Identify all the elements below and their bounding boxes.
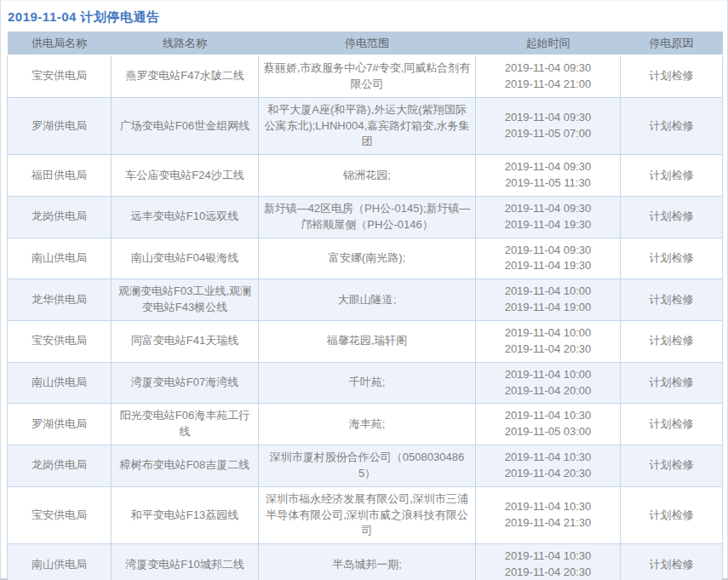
line-cell: 观澜变电站F03工业线,观澜变电站F43横公线: [112, 279, 259, 321]
scope-cell: 蔡丽娇,市政服务中心7#专变,同威粘合剂有限公司: [259, 55, 476, 97]
start-time: 2019-11-04 09:30: [480, 159, 616, 175]
line-cell: 湾厦变电站F07海湾线: [112, 362, 259, 404]
scope-cell: 半岛城邦一期;: [259, 544, 476, 580]
outage-table-body: 宝安供电局 燕罗变电站F47水陂二线 蔡丽娇,市政服务中心7#专变,同威粘合剂有…: [8, 55, 723, 580]
table-row: 宝安供电局 同富变电站F41天瑞线 福馨花园,瑞轩阁 2019-11-04 10…: [8, 320, 723, 362]
line-cell: 广场变电站F06世金组网线: [112, 97, 259, 155]
line-cell: 远丰变电站F10远双线: [112, 196, 259, 238]
end-time: 2019-11-04 19:00: [480, 300, 616, 316]
bureau-cell: 福田供电局: [8, 155, 112, 197]
reason-cell: 计划检修: [621, 238, 723, 279]
table-row: 龙华供电局 观澜变电站F03工业线,观澜变电站F43横公线 大眼山隧道; 201…: [8, 279, 723, 321]
start-time: 2019-11-04 09:30: [480, 201, 616, 217]
bureau-cell: 宝安供电局: [8, 320, 112, 362]
scope-cell: 深圳市福永经济发展有限公司,深圳市三浦半导体有限公司,深圳市威之浪科技有限公司: [259, 486, 476, 544]
reason-cell: 计划检修: [621, 196, 723, 238]
time-cell: 2019-11-04 09:30 2019-11-04 21:00: [476, 55, 621, 97]
start-time: 2019-11-04 10:30: [480, 499, 616, 515]
scope-cell: 海丰苑;: [259, 404, 476, 445]
end-time: 2019-11-04 20:00: [480, 383, 616, 399]
line-cell: 樟树布变电站F08吉厦二线: [112, 445, 259, 487]
reason-cell: 计划检修: [621, 486, 723, 544]
table-row: 龙岗供电局 远丰变电站F10远双线 新圩镇—42区电房（PH公-0145);新圩…: [8, 196, 723, 238]
table-row: 宝安供电局 燕罗变电站F47水陂二线 蔡丽娇,市政服务中心7#专变,同威粘合剂有…: [8, 55, 723, 97]
line-cell: 和平变电站F13荔园线: [112, 486, 259, 544]
line-cell: 阳光变电站F06海丰苑工行线: [112, 404, 259, 445]
end-time: 2019-11-04 20:30: [480, 565, 616, 580]
header-start-time: 起始时间: [476, 32, 621, 55]
bureau-cell: 龙华供电局: [8, 279, 112, 321]
scope-cell: 新圩镇—42区电房（PH公-0145);新圩镇—邝裕顺屋侧（PH公-0146）: [259, 196, 476, 238]
table-row: 福田供电局 车公庙变电站F24沙工线 锦洲花园; 2019-11-04 09:3…: [8, 155, 723, 197]
table-row: 宝安供电局 和平变电站F13荔园线 深圳市福永经济发展有限公司,深圳市三浦半导体…: [8, 486, 723, 544]
time-cell: 2019-11-04 09:30 2019-11-05 07:00: [476, 97, 621, 155]
reason-cell: 计划检修: [621, 362, 723, 404]
end-time: 2019-11-05 07:00: [480, 126, 616, 142]
end-time: 2019-11-04 20:30: [480, 342, 616, 358]
reason-cell: 计划检修: [621, 445, 723, 487]
outage-table: 供电局名称 线路名称 停电范围 起始时间 停电原因 宝安供电局 燕罗变电站F47…: [7, 32, 723, 580]
scope-cell: 福馨花园,瑞轩阁: [259, 320, 476, 362]
time-cell: 2019-11-04 10:30 2019-11-04 21:30: [476, 486, 621, 544]
bureau-cell: 龙岗供电局: [8, 445, 112, 487]
reason-cell: 计划检修: [621, 544, 723, 580]
start-time: 2019-11-04 10:00: [480, 284, 616, 300]
table-row: 罗湖供电局 阳光变电站F06海丰苑工行线 海丰苑; 2019-11-04 10:…: [8, 404, 723, 445]
scope-cell: 和平大厦A座(和平路),外运大院(紫翔国际公寓东北);LHNH004,嘉宾路灯箱…: [259, 97, 476, 155]
table-row: 龙岗供电局 樟树布变电站F08吉厦二线 深圳市厦村股份合作公司（05080304…: [8, 445, 723, 487]
scope-cell: 千叶苑;: [259, 362, 476, 404]
header-scope: 停电范围: [259, 32, 476, 55]
start-time: 2019-11-04 10:30: [480, 408, 616, 424]
bureau-cell: 宝安供电局: [8, 55, 112, 97]
start-time: 2019-11-04 09:30: [480, 60, 616, 77]
time-cell: 2019-11-04 10:30 2019-11-04 20:30: [476, 544, 621, 580]
time-cell: 2019-11-04 09:30 2019-11-04 19:30: [476, 238, 621, 279]
reason-cell: 计划检修: [621, 155, 723, 197]
start-time: 2019-11-04 10:30: [480, 548, 616, 565]
start-time: 2019-11-04 10:00: [480, 325, 616, 342]
table-header-row: 供电局名称 线路名称 停电范围 起始时间 停电原因: [8, 32, 723, 55]
time-cell: 2019-11-04 10:30 2019-11-05 03:00: [476, 404, 621, 445]
bureau-cell: 罗湖供电局: [8, 404, 112, 445]
header-reason: 停电原因: [621, 32, 723, 55]
line-cell: 车公庙变电站F24沙工线: [112, 155, 259, 197]
scope-cell: 富安娜(南光路);: [259, 238, 476, 279]
scope-cell: 大眼山隧道;: [259, 279, 476, 321]
bureau-cell: 罗湖供电局: [8, 97, 112, 155]
time-cell: 2019-11-04 10:00 2019-11-04 20:00: [476, 362, 621, 404]
end-time: 2019-11-05 03:00: [480, 424, 616, 440]
bureau-cell: 南山供电局: [8, 362, 112, 404]
reason-cell: 计划检修: [621, 320, 723, 362]
line-cell: 同富变电站F41天瑞线: [112, 320, 259, 362]
table-row: 罗湖供电局 广场变电站F06世金组网线 和平大厦A座(和平路),外运大院(紫翔国…: [8, 97, 723, 155]
time-cell: 2019-11-04 10:00 2019-11-04 20:30: [476, 320, 621, 362]
scope-cell: 锦洲花园;: [259, 155, 476, 197]
bureau-cell: 龙岗供电局: [8, 196, 112, 238]
end-time: 2019-11-05 11:30: [480, 175, 616, 192]
start-time: 2019-11-04 10:00: [480, 367, 616, 383]
bureau-cell: 宝安供电局: [8, 486, 112, 544]
outage-notice-page: 2019-11-04 计划停电通告 供电局名称 线路名称 停电范围 起始时间 停…: [0, 0, 728, 580]
line-cell: 南山变电站F04银海线: [112, 238, 259, 279]
end-time: 2019-11-04 19:30: [480, 258, 616, 274]
header-bureau: 供电局名称: [8, 32, 112, 55]
time-cell: 2019-11-04 09:30 2019-11-05 11:30: [476, 155, 621, 197]
line-cell: 湾厦变电站F10城邦二线: [112, 544, 259, 580]
end-time: 2019-11-04 21:00: [480, 77, 616, 93]
line-cell: 燕罗变电站F47水陂二线: [112, 55, 259, 97]
bureau-cell: 南山供电局: [8, 544, 112, 580]
page-title: 2019-11-04 计划停电通告: [7, 1, 721, 32]
bureau-cell: 南山供电局: [8, 238, 112, 279]
time-cell: 2019-11-04 10:00 2019-11-04 19:00: [476, 279, 621, 321]
table-row: 南山供电局 湾厦变电站F10城邦二线 半岛城邦一期; 2019-11-04 10…: [8, 544, 723, 580]
reason-cell: 计划检修: [621, 279, 723, 321]
scope-cell: 深圳市厦村股份合作公司（05080304865）: [259, 445, 476, 487]
start-time: 2019-11-04 10:30: [480, 450, 616, 466]
start-time: 2019-11-04 09:30: [480, 243, 616, 259]
reason-cell: 计划检修: [621, 97, 723, 155]
header-line: 线路名称: [112, 32, 259, 55]
reason-cell: 计划检修: [621, 55, 723, 97]
end-time: 2019-11-04 19:30: [480, 217, 616, 233]
start-time: 2019-11-04 09:30: [480, 110, 616, 126]
reason-cell: 计划检修: [621, 404, 723, 445]
